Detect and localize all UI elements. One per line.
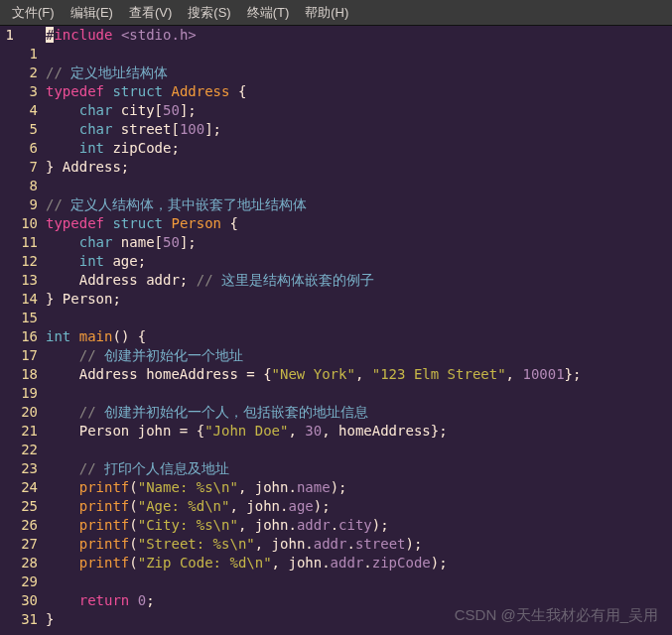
line-number: 11 — [14, 233, 38, 252]
code-line[interactable]: printf("Street: %s\n", john.addr.street)… — [46, 535, 672, 554]
line-number: 16 — [14, 327, 38, 346]
code-line[interactable] — [46, 384, 672, 403]
code-line[interactable]: return 0; — [46, 591, 672, 610]
line-number: 8 — [14, 177, 38, 195]
line-number: 1 — [14, 45, 38, 64]
code-line[interactable]: int main() { — [46, 327, 672, 346]
line-number: 25 — [14, 497, 38, 516]
code-line[interactable]: // 创建并初始化一个地址 — [46, 346, 672, 365]
fold-column: 1 — [0, 26, 14, 635]
code-line[interactable]: // 定义地址结构体 — [46, 64, 672, 82]
code-line[interactable] — [46, 572, 672, 591]
menu-help[interactable]: 帮助(H) — [297, 2, 356, 24]
line-number: 20 — [14, 403, 38, 422]
code-content[interactable]: #include <stdio.h>// 定义地址结构体typedef stru… — [44, 26, 672, 635]
menu-edit[interactable]: 编辑(E) — [63, 2, 121, 24]
line-number: 31 — [14, 610, 38, 629]
line-number: 17 — [14, 346, 38, 365]
line-number: 19 — [14, 384, 38, 403]
editor-area[interactable]: 1 12345678910111213141516171819202122232… — [0, 26, 672, 635]
code-line[interactable]: Person john = {"John Doe", 30, homeAddre… — [46, 422, 672, 441]
menu-file[interactable]: 文件(F) — [4, 2, 63, 24]
line-number: 22 — [14, 441, 38, 459]
code-line[interactable]: } Address; — [46, 158, 672, 177]
code-line[interactable]: char street[100]; — [46, 120, 672, 139]
code-line[interactable]: printf("Zip Code: %d\n", john.addr.zipCo… — [46, 554, 672, 572]
line-number: 13 — [14, 271, 38, 290]
line-number: 15 — [14, 309, 38, 327]
current-line-marker: 1 — [0, 26, 14, 45]
empty-line-tilde: ~ — [0, 629, 672, 635]
line-number: 21 — [14, 422, 38, 441]
line-number: 9 — [14, 195, 38, 214]
menubar: 文件(F) 编辑(E) 查看(V) 搜索(S) 终端(T) 帮助(H) — [0, 0, 672, 26]
code-line[interactable] — [46, 309, 672, 327]
code-line[interactable]: int zipCode; — [46, 139, 672, 158]
code-line[interactable]: printf("City: %s\n", john.addr.city); — [46, 516, 672, 535]
line-number — [14, 26, 38, 45]
line-number: 7 — [14, 158, 38, 177]
code-line[interactable]: printf("Name: %s\n", john.name); — [46, 478, 672, 497]
line-number: 6 — [14, 139, 38, 158]
code-line[interactable]: char city[50]; — [46, 101, 672, 120]
line-number: 10 — [14, 214, 38, 233]
line-number-gutter: 1234567891011121314151617181920212223242… — [14, 26, 44, 635]
line-number: 4 — [14, 101, 38, 120]
line-number: 12 — [14, 252, 38, 271]
code-line[interactable]: char name[50]; — [46, 233, 672, 252]
line-number: 28 — [14, 554, 38, 572]
code-line[interactable]: #include <stdio.h> — [46, 26, 672, 45]
line-number: 2 — [14, 64, 38, 82]
code-line[interactable]: // 创建并初始化一个人，包括嵌套的地址信息 — [46, 403, 672, 422]
line-number: 26 — [14, 516, 38, 535]
line-number: 29 — [14, 572, 38, 591]
line-number: 30 — [14, 591, 38, 610]
line-number: 18 — [14, 365, 38, 384]
code-line[interactable]: Address homeAddress = {"New York", "123 … — [46, 365, 672, 384]
menu-view[interactable]: 查看(V) — [121, 2, 180, 24]
line-number: 23 — [14, 459, 38, 478]
menu-search[interactable]: 搜索(S) — [180, 2, 238, 24]
line-number: 3 — [14, 82, 38, 101]
code-line[interactable]: // 打印个人信息及地址 — [46, 459, 672, 478]
code-line[interactable]: int age; — [46, 252, 672, 271]
line-number: 14 — [14, 290, 38, 309]
code-line[interactable]: } — [46, 610, 672, 629]
code-line[interactable] — [46, 177, 672, 195]
line-number: 27 — [14, 535, 38, 554]
code-line[interactable] — [46, 45, 672, 64]
code-line[interactable]: typedef struct Address { — [46, 82, 672, 101]
code-line[interactable] — [46, 441, 672, 459]
code-line[interactable]: // 定义人结构体，其中嵌套了地址结构体 — [46, 195, 672, 214]
line-number: 5 — [14, 120, 38, 139]
code-line[interactable]: Address addr; // 这里是结构体嵌套的例子 — [46, 271, 672, 290]
code-line[interactable]: typedef struct Person { — [46, 214, 672, 233]
code-line[interactable]: } Person; — [46, 290, 672, 309]
menu-terminal[interactable]: 终端(T) — [239, 2, 298, 24]
line-number: 24 — [14, 478, 38, 497]
code-line[interactable]: printf("Age: %d\n", john.age); — [46, 497, 672, 516]
